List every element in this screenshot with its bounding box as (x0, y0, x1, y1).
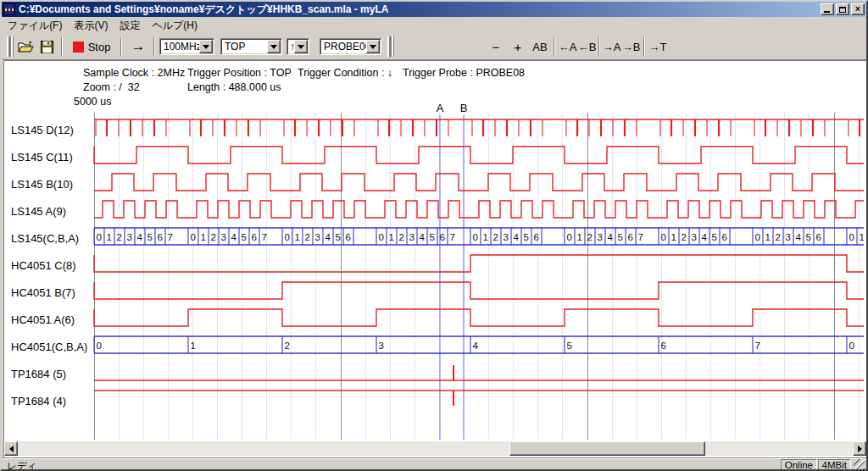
toolbar-separator (120, 37, 122, 56)
chevron-down-icon[interactable] (366, 40, 380, 53)
left-arrow-b-icon: ←B (578, 41, 597, 53)
trigger-position-select[interactable]: TOP (220, 38, 282, 55)
info-length: Length : 488.000 us (187, 81, 281, 93)
scroll-right-button[interactable] (853, 441, 866, 456)
scroll-left-button[interactable] (4, 441, 18, 456)
stop-label: Stop (88, 41, 111, 53)
run-button[interactable]: → (125, 37, 151, 56)
right-arrow-a-icon: →A (603, 41, 621, 53)
move-cursor-b-left-button[interactable]: ←B (577, 37, 597, 56)
memory-status-badge: 4MBit (818, 459, 851, 471)
minimize-icon (824, 11, 830, 13)
scrollbar-thumb[interactable] (509, 441, 705, 456)
sample-clock-value: 100MHz (164, 41, 202, 53)
window-controls: × (819, 3, 865, 15)
app-window: C:¥Documents and Settings¥noname¥デスクトップ¥… (0, 0, 868, 471)
menu-settings[interactable]: 設定 (114, 18, 146, 34)
channel-label: TP1684 (5) (11, 368, 66, 380)
info-sample-clock: Sample Clock : 2MHz (83, 67, 185, 79)
open-file-button[interactable] (15, 37, 36, 56)
trigger-position-value: TOP (225, 41, 245, 53)
resize-grip-icon[interactable] (854, 459, 865, 470)
toolbar-separator (554, 37, 555, 56)
menu-bar: ファイル(F) 表示(V) 設定 ヘルプ(H) (2, 18, 866, 33)
status-bar: レディ Online 4MBit (2, 457, 866, 471)
right-triangle-icon (858, 446, 865, 452)
stop-button[interactable]: Stop (68, 37, 115, 56)
title-bar[interactable]: C:¥Documents and Settings¥noname¥デスクトップ¥… (2, 2, 866, 17)
channel-label: LS145 A(9) (11, 205, 66, 218)
toolbar: Stop → 100MHz TOP ↑ PROBE00 − + AB ←A ←B (2, 33, 866, 60)
ab-label: AB (532, 41, 547, 53)
minus-icon: − (492, 40, 500, 54)
open-folder-icon (18, 41, 34, 53)
time-division-label: 5000 us (74, 96, 111, 108)
minimize-button[interactable] (821, 3, 834, 15)
close-icon: × (855, 5, 860, 14)
menu-help[interactable]: ヘルプ(H) (146, 18, 203, 34)
toolbar-separator (643, 37, 645, 56)
move-cursor-a-left-button[interactable]: ←A (558, 37, 577, 56)
left-arrow-a-icon: ←A (559, 41, 577, 53)
save-file-button[interactable] (37, 37, 56, 56)
stop-icon (73, 42, 84, 53)
close-button[interactable]: × (851, 3, 865, 15)
info-trigger-position: Trigger Position : TOP (187, 67, 292, 79)
channel-label: LS145 B(10) (11, 178, 73, 191)
maximize-button[interactable] (836, 3, 849, 15)
online-status-badge: Online (781, 459, 817, 471)
channel-label: LS145 D(12) (11, 124, 74, 136)
goto-trigger-button[interactable]: →T (648, 37, 668, 56)
chevron-down-icon[interactable] (267, 40, 281, 53)
floppy-disk-icon (41, 41, 53, 53)
sample-clock-select[interactable]: 100MHz (159, 38, 214, 55)
right-arrow-b-icon: →B (622, 41, 641, 53)
menu-view[interactable]: 表示(V) (68, 18, 114, 34)
zoom-out-button[interactable]: − (487, 37, 505, 56)
move-cursor-a-right-button[interactable]: →A (602, 37, 621, 56)
waveform-panel[interactable]: Sample Clock : 2MHz Trigger Position : T… (3, 60, 866, 457)
left-triangle-icon (6, 446, 14, 452)
horizontal-scrollbar[interactable] (4, 441, 866, 456)
run-arrow-icon: → (131, 38, 146, 55)
move-cursor-b-right-button[interactable]: →B (621, 37, 641, 56)
status-message: レディ (7, 460, 36, 471)
channel-label: LS145(C,B,A) (11, 232, 79, 245)
trigger-probe-value: PROBE00 (324, 41, 370, 53)
info-zoom: Zoom : / 32 (83, 81, 140, 93)
channel-label: TP1684 (4) (11, 395, 66, 407)
info-trigger-condition: Trigger Condition : ↓ (298, 67, 392, 79)
toolbar-separator (153, 37, 155, 56)
menu-file[interactable]: ファイル(F) (2, 18, 68, 34)
channel-label: LS145 C(11) (11, 151, 73, 163)
right-arrow-t-icon: →T (649, 41, 667, 53)
trigger-probe-select[interactable]: PROBE00 (320, 38, 381, 55)
toolbar-separator (598, 37, 600, 56)
zoom-ab-button[interactable]: AB (529, 37, 551, 56)
maximize-icon (839, 7, 846, 13)
channel-label: HC4051(C,B,A) (11, 341, 87, 353)
plus-icon: + (515, 40, 522, 54)
window-title: C:¥Documents and Settings¥noname¥デスクトップ¥… (19, 3, 388, 17)
app-icon (3, 3, 15, 15)
toolbar-gripper[interactable] (7, 36, 11, 57)
channel-label: HC4051 A(6) (11, 313, 75, 326)
info-trigger-probe: Trigger Probe : PROBE08 (403, 67, 525, 79)
toolbar-separator (61, 37, 63, 56)
chevron-down-icon[interactable] (199, 40, 213, 53)
chevron-down-icon[interactable] (294, 40, 308, 53)
zoom-in-button[interactable]: + (509, 37, 527, 56)
channel-label: HC4051 C(8) (11, 259, 76, 272)
toolbar-gripper[interactable] (387, 36, 392, 57)
channel-label: HC4051 B(7) (11, 286, 75, 299)
trigger-edge-select[interactable]: ↑ (287, 38, 309, 55)
